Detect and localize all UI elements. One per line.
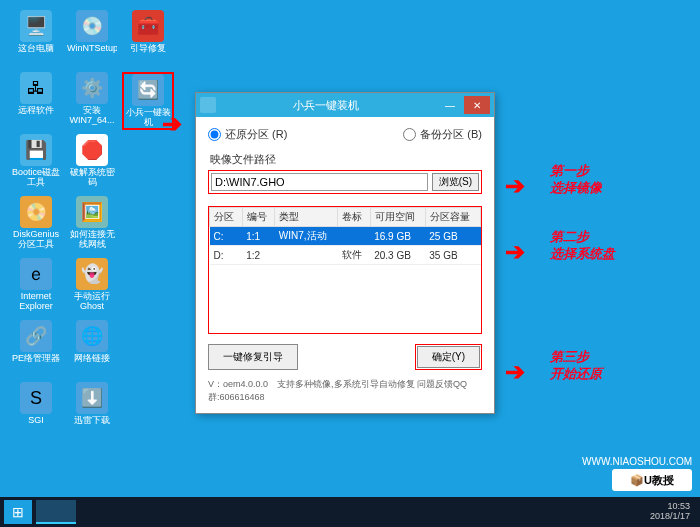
icon-label: 远程软件 [18, 106, 54, 116]
icon-winntsetup[interactable]: 💿WinNTSetup [66, 10, 118, 68]
icon-ie[interactable]: ｅInternet Explorer [10, 258, 62, 316]
icon-label: 这台电脑 [18, 44, 54, 54]
icon-remote[interactable]: 🖧远程软件 [10, 72, 62, 130]
watermark-url: WWW.NIAOSHOU.COM [582, 456, 692, 467]
dialog-title: 小兵一键装机 [216, 98, 436, 113]
icon-label: 网络链接 [74, 354, 110, 364]
icon-label: PE络管理器 [12, 354, 60, 364]
icon-this-pc[interactable]: 🖥️这台电脑 [10, 10, 62, 68]
installer-dialog: 小兵一键装机 — ✕ 还原分区 (R) 备份分区 (B) 映像文件路径 浏览(S… [195, 92, 495, 414]
taskbar: ⊞ 10:53 2018/1/17 [0, 497, 700, 527]
clock-date: 2018/1/17 [650, 512, 690, 522]
icon-label: 如何连接无线网线 [67, 230, 117, 250]
taskbar-app[interactable] [36, 500, 76, 524]
icon-bootrepair[interactable]: 🧰引导修复 [122, 10, 174, 68]
titlebar[interactable]: 小兵一键装机 — ✕ [196, 93, 494, 117]
col-num: 编号 [242, 208, 275, 227]
image-path-input[interactable] [211, 173, 428, 191]
repair-boot-button[interactable]: 一键修复引导 [208, 344, 298, 370]
arrow-step1: ➔ [505, 172, 525, 200]
icon-label: DiskGenius分区工具 [11, 230, 61, 250]
arrow-to-dialog: ➔ [162, 110, 182, 138]
dialog-footer: V：oem4.0.0.0 支持多种镜像,多系统引导自动修复 问题反馈QQ群:60… [208, 378, 482, 404]
watermark-logo: 📦 U教授 [612, 469, 692, 491]
icon-install-win7[interactable]: ⚙️安装WIN7_64... [66, 72, 118, 130]
system-tray[interactable]: 10:53 2018/1/17 [650, 502, 696, 522]
col-type: 类型 [275, 208, 338, 227]
radio-restore[interactable]: 还原分区 (R) [208, 127, 287, 142]
path-row: 浏览(S) [208, 170, 482, 194]
annot-step2: 第二步 选择系统盘 [550, 229, 615, 263]
partition-table[interactable]: 分区 编号 类型 卷标 可用空间 分区容量 C:1:1WIN7,活动16.9 G… [209, 207, 481, 265]
icon-wifi-howto[interactable]: 🖼️如何连接无线网线 [66, 196, 118, 254]
minimize-button[interactable]: — [437, 96, 463, 114]
icon-label: 安装WIN7_64... [67, 106, 117, 126]
col-cap: 分区容量 [425, 208, 480, 227]
col-vol: 卷标 [338, 208, 371, 227]
icon-label: WinNTSetup [67, 44, 117, 54]
arrow-step2: ➔ [505, 238, 525, 266]
partition-table-wrap: 分区 编号 类型 卷标 可用空间 分区容量 C:1:1WIN7,活动16.9 G… [208, 206, 482, 334]
icon-label: SGI [28, 416, 44, 426]
start-button[interactable]: ⊞ [4, 500, 32, 524]
annot-step3: 第三步 开始还原 [550, 349, 602, 383]
icon-label: Internet Explorer [11, 292, 61, 312]
icon-label: 手动运行Ghost [67, 292, 117, 312]
close-button[interactable]: ✕ [464, 96, 490, 114]
icon-net-links[interactable]: 🌐网络链接 [66, 320, 118, 378]
ok-button[interactable]: 确定(Y) [417, 346, 480, 368]
arrow-step3: ➔ [505, 358, 525, 386]
icon-sgi[interactable]: SSGI [10, 382, 62, 440]
icon-xunlei[interactable]: ⬇️迅雷下载 [66, 382, 118, 440]
icon-pe-network[interactable]: 🔗PE络管理器 [10, 320, 62, 378]
icon-label: 迅雷下载 [74, 416, 110, 426]
col-part: 分区 [210, 208, 243, 227]
icon-diskgenius[interactable]: 📀DiskGenius分区工具 [10, 196, 62, 254]
app-icon [200, 97, 216, 113]
col-free: 可用空间 [370, 208, 425, 227]
path-label: 映像文件路径 [210, 152, 482, 167]
table-row[interactable]: D:1:2软件20.3 GB35 GB [210, 246, 481, 265]
icon-label: 引导修复 [130, 44, 166, 54]
icon-bootice[interactable]: 💾Bootice磁盘工具 [10, 134, 62, 192]
icon-label: Bootice磁盘工具 [11, 168, 61, 188]
browse-button[interactable]: 浏览(S) [432, 173, 479, 191]
icon-ghost[interactable]: 👻手动运行Ghost [66, 258, 118, 316]
desktop: 🖥️这台电脑 💿WinNTSetup 🧰引导修复 🖧远程软件 ⚙️安装WIN7_… [8, 8, 176, 442]
table-row[interactable]: C:1:1WIN7,活动16.9 GB25 GB [210, 227, 481, 246]
icon-crack-password[interactable]: 🛑破解系统密码 [66, 134, 118, 192]
icon-label: 破解系统密码 [67, 168, 117, 188]
radio-backup[interactable]: 备份分区 (B) [403, 127, 482, 142]
annot-step1: 第一步 选择镜像 [550, 163, 602, 197]
